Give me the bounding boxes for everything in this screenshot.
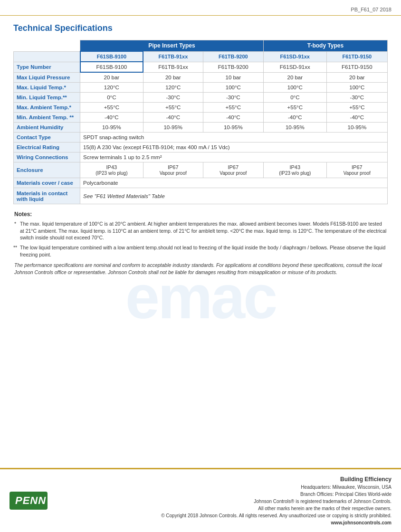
row-max-liquid-temp: Max. Liquid Temp.* 120°C 120°C 100°C 100… <box>14 83 388 93</box>
page-title: Technical Specifications <box>13 23 388 33</box>
footer-text-block: Building Efficiency Headquarters: Milwau… <box>161 475 391 526</box>
specs-table: Pipe Insert Types T-body Types F61SB-910… <box>13 40 388 204</box>
cell-type-f61sb9100: F61SB-9100 <box>80 62 143 72</box>
note2-marker: ** <box>13 244 17 251</box>
note2-text: The low liquid temperature combined with… <box>20 245 385 257</box>
col-f61sd91xx: F61SD-91xx <box>263 51 326 62</box>
row-contact-type: Contact Type SPDT snap-acting switch <box>14 133 388 142</box>
label-ambient-humidity: Ambient Humidity <box>14 123 80 133</box>
label-wiring-connections: Wiring Connections <box>14 152 80 162</box>
label-materials-liquid: Materials in contactwith liquid <box>14 188 80 204</box>
cell-type-f61tb91xx: F61TB-91xx <box>143 62 203 72</box>
cell-enc-3: IP67Vapour proof <box>203 162 263 178</box>
cell-type-f61tb9200: F61TB-9200 <box>203 62 263 72</box>
cell-enc-4: IP43(IP23 w/o plug) <box>263 162 326 178</box>
label-min-liquid-temp: Min. Liquid Temp.** <box>14 93 80 103</box>
note-italic: The performance specifications are nomin… <box>14 262 387 276</box>
row-materials-liquid: Materials in contactwith liquid See "F61… <box>14 188 388 204</box>
footer-website: www.johnsoncontrols.com <box>161 519 391 526</box>
note1-marker: * <box>14 220 16 228</box>
header: PB_F61_07 2018 <box>0 0 401 16</box>
doc-id: PB_F61_07 2018 <box>351 7 391 12</box>
row-min-ambient-temp: Min. Ambient Temp. ** -40°C -40°C -40°C … <box>14 113 388 123</box>
notes-section: Notes: * The max. liquid temperature of … <box>13 211 388 276</box>
label-electrical-rating: Electrical Rating <box>14 142 80 152</box>
label-enclosure: Enclosure <box>14 162 80 178</box>
cell-type-f61td9150: F61TD-9150 <box>326 62 387 72</box>
cell-materials-liquid: See "F61 Wetted Materials" Table <box>80 188 388 204</box>
cell-enc-2: IP67Vapour proof <box>143 162 203 178</box>
row-type-number: Type Number F61SB-9100 F61TB-91xx F61TB-… <box>14 62 388 72</box>
col-f61tb9200: F61TB-9200 <box>203 51 263 62</box>
main-content: Technical Specifications Pipe Insert Typ… <box>0 16 401 281</box>
cell-contact-type: SPDT snap-acting switch <box>80 133 388 142</box>
penn-logo: PENN <box>10 492 48 510</box>
note1-text: The max. liquid temperature of 100°C is … <box>20 221 386 240</box>
footer-trademark1: Johnson Controls® is registered trademar… <box>161 498 391 505</box>
row-electrical-rating: Electrical Rating 15(8) A 230 Vac (excep… <box>14 142 388 152</box>
cell-type-f61sd91xx: F61SD-91xx <box>263 62 326 72</box>
label-contact-type: Contact Type <box>14 133 80 142</box>
company-title: Building Efficiency <box>161 475 391 484</box>
row-wiring-connections: Wiring Connections Screw terminals 1 up … <box>14 152 388 162</box>
label-max-liquid-pressure: Max Liquid Pressure <box>14 72 80 83</box>
row-materials-cover: Materials cover / case Polycarbonate <box>14 178 388 188</box>
footer-hq: Headquarters: Milwaukee, Wisconsin, USA <box>161 484 391 491</box>
footer: PENN Building Efficiency Headquarters: M… <box>0 468 401 532</box>
col-f61td9150: F61TD-9150 <box>326 51 387 62</box>
row-max-liquid-pressure: Max Liquid Pressure 20 bar 20 bar 10 bar… <box>14 72 388 83</box>
note-1: * The max. liquid temperature of 100°C i… <box>14 220 387 241</box>
label-min-ambient-temp: Min. Ambient Temp. ** <box>14 113 80 123</box>
col-f61tb91xx: F61TB-91xx <box>143 51 203 62</box>
cell-electrical-rating: 15(8) A 230 Vac (except F61TB-9104; max … <box>80 142 388 152</box>
col-f61sb9100: F61SB-9100 <box>80 51 143 62</box>
row-enclosure: Enclosure IP43(IP23 w/o plug) IP67Vapour… <box>14 162 388 178</box>
row-max-ambient-temp: Max. Ambient Temp.* +55°C +55°C +55°C +5… <box>14 103 388 113</box>
pipe-insert-header: Pipe Insert Types <box>80 40 264 52</box>
label-materials-cover: Materials cover / case <box>14 178 80 188</box>
footer-copyright: © Copyright 2018 Johnson Controls. All r… <box>161 512 391 519</box>
notes-title: Notes: <box>14 211 387 218</box>
footer-branch: Branch Officies: Principal Cities World-… <box>161 491 391 498</box>
tbody-header: T-body Types <box>263 40 387 52</box>
footer-trademark2: All other marks herein are the marks of … <box>161 505 391 512</box>
label-type-number: Type Number <box>14 62 80 72</box>
row-ambient-humidity: Ambient Humidity 10-95% 10-95% 10-95% 10… <box>14 123 388 133</box>
row-min-liquid-temp: Min. Liquid Temp.** 0°C -30°C -30°C 0°C … <box>14 93 388 103</box>
cell-enc-1: IP43(IP23 w/o plug) <box>80 162 143 178</box>
page-container: PB_F61_07 2018 Technical Specifications … <box>0 0 401 532</box>
label-max-ambient-temp: Max. Ambient Temp.* <box>14 103 80 113</box>
note-2: ** The low liquid temperature combined w… <box>14 244 387 258</box>
cell-materials-cover: Polycarbonate <box>80 178 388 188</box>
cell-enc-5: IP67Vapour proof <box>326 162 387 178</box>
label-max-liquid-temp: Max. Liquid Temp.* <box>14 83 80 93</box>
cell-wiring-connections: Screw terminals 1 up to 2.5 mm² <box>80 152 388 162</box>
